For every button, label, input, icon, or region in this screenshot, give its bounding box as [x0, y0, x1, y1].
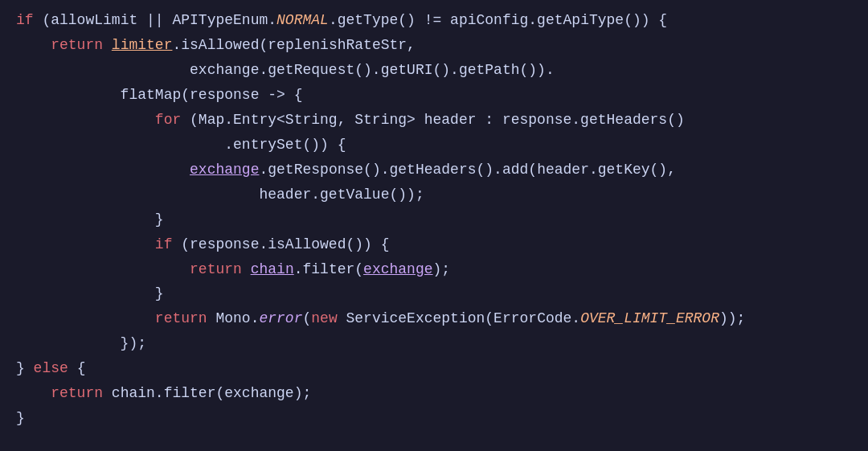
code-line-6: .entrySet()) {	[16, 133, 852, 158]
code-line-1: if (allowLimit || APITypeEnum. NORMAL .g…	[16, 8, 852, 33]
code-line-2: return limiter .isAllowed(replenishRateS…	[16, 33, 852, 58]
code-line-15: } else {	[16, 356, 852, 381]
code-line-4: flatMap(response -> {	[16, 83, 852, 108]
code-line-11: return chain .filter( exchange );	[16, 257, 852, 282]
code-line-14: });	[16, 331, 852, 356]
code-line-7: exchange .getResponse().getHeaders().add…	[16, 158, 852, 182]
code-line-3: exchange.getRequest().getURI().getPath()…	[16, 58, 852, 83]
code-line-12: }	[16, 281, 852, 306]
code-line-13: return Mono. error ( new ServiceExceptio…	[16, 306, 852, 331]
code-line-16: return chain.filter(exchange);	[16, 381, 852, 406]
code-line-9: }	[16, 207, 852, 232]
code-line-8: header.getValue());	[16, 182, 852, 207]
code-editor: if (allowLimit || APITypeEnum. NORMAL .g…	[0, 0, 868, 451]
code-line-10: if (response.isAllowed()) {	[16, 232, 852, 257]
code-line-5: for (Map.Entry<String, String> header : …	[16, 108, 852, 133]
code-line-17: }	[16, 406, 852, 431]
